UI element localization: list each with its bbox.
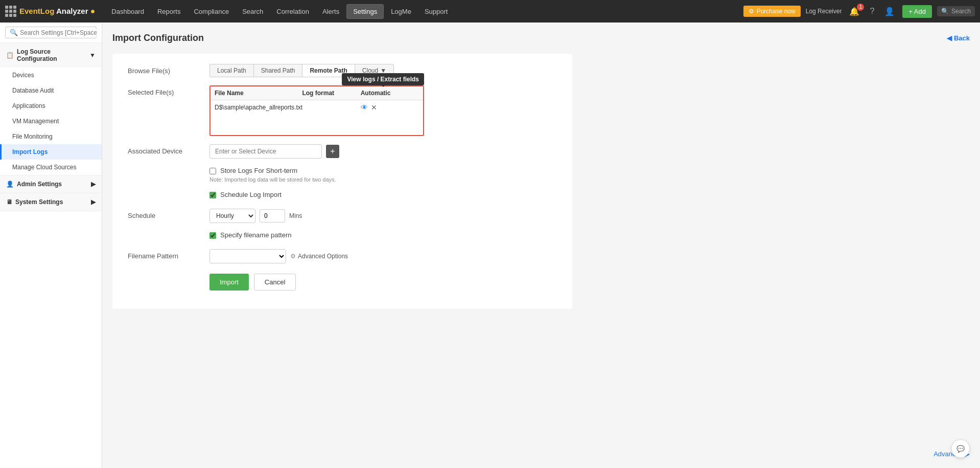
tooltip-popup: View logs / Extract fields (342, 73, 424, 85)
admin-icon: 👤 (6, 181, 14, 188)
remove-file-icon[interactable]: ✕ (371, 103, 377, 112)
nav-reports[interactable]: Reports (151, 5, 187, 18)
app-name: EventLog Analyzer ● (19, 7, 95, 16)
file-actions-cell: 👁 ✕ (361, 103, 419, 112)
action-buttons: Import Cancel (209, 274, 557, 291)
sidebar-item-devices[interactable]: Devices (0, 68, 102, 83)
filename-pattern-controls: ⚙ Advanced Options (209, 249, 557, 263)
help-icon[interactable]: ? (867, 6, 877, 17)
system-settings-section: 🖥 System Settings ▶ (0, 193, 102, 211)
action-buttons-row: Import Cancel (128, 274, 557, 291)
app-logo[interactable]: EventLog Analyzer ● (5, 6, 95, 17)
store-logs-checkbox[interactable] (209, 168, 216, 174)
sidebar-item-manage-cloud[interactable]: Manage Cloud Sources (0, 160, 102, 175)
search-box-top[interactable]: 🔍 Search (937, 6, 975, 16)
associated-device-row: Associated Device + (128, 144, 557, 159)
file-table-row: D$\sample\apache_allreports.txt 👁 ✕ (211, 100, 423, 115)
schedule-controls: Hourly Daily Weekly Monthly Mins (209, 209, 557, 223)
nav-compliance[interactable]: Compliance (188, 5, 235, 18)
schedule-label: Schedule (128, 209, 199, 219)
selected-files-field: File Name Log format Automatic View logs… (209, 85, 557, 136)
grid-icon (5, 6, 16, 17)
admin-settings-header[interactable]: 👤 Admin Settings ▶ (0, 175, 102, 193)
file-name-cell: D$\sample\apache_allreports.txt (215, 104, 302, 111)
chevron-right-system: ▶ (91, 198, 96, 206)
associated-device-label: Associated Device (128, 144, 199, 155)
selected-files-label: Selected File(s) (128, 85, 199, 96)
log-source-section: 📋 Log Source Configuration ▼ Devices Dat… (0, 43, 102, 175)
nav-search[interactable]: Search (236, 5, 269, 18)
specify-filename-checkbox-row: Specify filename pattern (209, 231, 557, 239)
file-table-empty-row (211, 115, 423, 135)
system-settings-header[interactable]: 🖥 System Settings ▶ (0, 193, 102, 211)
schedule-select[interactable]: Hourly Daily Weekly Monthly (209, 209, 255, 223)
search-icon-top: 🔍 (941, 8, 949, 15)
filename-pattern-label: Filename Pattern (128, 249, 199, 260)
advanced-options-link[interactable]: ⚙ Advanced Options (290, 253, 348, 260)
store-logs-row: Store Logs For Short-term Note: Imported… (128, 167, 557, 183)
store-logs-note: Note: Imported log data will be stored f… (209, 176, 557, 183)
nav-logme[interactable]: LogMe (385, 5, 417, 18)
chevron-right-admin: ▶ (91, 181, 96, 188)
add-button[interactable]: + Add (902, 5, 932, 18)
device-input[interactable] (209, 144, 322, 159)
specify-filename-label: Specify filename pattern (220, 231, 291, 239)
specify-filename-row: Specify filename pattern (128, 231, 557, 241)
sidebar-item-applications[interactable]: Applications (0, 98, 102, 114)
purchase-now-btn[interactable]: ⚙ Purchase now (743, 6, 801, 17)
file-table: File Name Log format Automatic View logs… (209, 85, 424, 136)
store-logs-checkbox-row: Store Logs For Short-term (209, 167, 557, 174)
search-icon: 🔍 (10, 29, 18, 36)
topbar: EventLog Analyzer ● Dashboard Reports Co… (0, 0, 980, 23)
nav-alerts[interactable]: Alerts (316, 5, 345, 18)
view-logs-icon[interactable]: 👁 (361, 103, 368, 112)
sidebar-item-vm-management[interactable]: VM Management (0, 114, 102, 129)
schedule-checkbox-row: Schedule Log Import (209, 191, 557, 198)
main-content: Import Configuration ◀ Back Browse File(… (102, 23, 980, 468)
log-source-icon: 📋 (6, 52, 14, 59)
sidebar: 🔍 📋 Log Source Configuration ▼ Devices D… (0, 23, 102, 468)
chat-icon[interactable]: 💬 (951, 439, 970, 458)
store-logs-label: Store Logs For Short-term (220, 167, 297, 174)
nav-support[interactable]: Support (418, 5, 454, 18)
filename-pattern-row: Filename Pattern ⚙ Advanced Options (128, 249, 557, 263)
admin-settings-section: 👤 Admin Settings ▶ (0, 175, 102, 193)
nav-correlation[interactable]: Correlation (270, 5, 315, 18)
notification-badge: 1 (857, 4, 864, 11)
sidebar-search[interactable]: 🔍 (5, 27, 97, 38)
system-icon: 🖥 (6, 198, 12, 206)
log-source-header[interactable]: 📋 Log Source Configuration ▼ (0, 43, 102, 68)
browse-files-label: Browse File(s) (128, 64, 199, 75)
layout: 🔍 📋 Log Source Configuration ▼ Devices D… (0, 23, 980, 468)
nav-settings[interactable]: Settings (346, 4, 384, 19)
top-nav: Dashboard Reports Compliance Search Corr… (105, 4, 743, 19)
notification-icon[interactable]: 🔔 1 (847, 6, 862, 17)
device-input-row: + (209, 144, 557, 159)
user-icon[interactable]: 👤 (882, 6, 897, 17)
shared-path-tab[interactable]: Shared Path (253, 64, 302, 77)
log-receiver-link[interactable]: Log Receiver (806, 8, 842, 15)
local-path-tab[interactable]: Local Path (209, 64, 253, 77)
col-logformat: Log format (302, 90, 360, 97)
sidebar-search-input[interactable] (20, 29, 97, 36)
sidebar-item-file-monitoring[interactable]: File Monitoring (0, 129, 102, 144)
back-button[interactable]: ◀ Back (947, 34, 970, 42)
cancel-button[interactable]: Cancel (254, 274, 296, 291)
nav-dashboard[interactable]: Dashboard (105, 5, 150, 18)
selected-files-row: Selected File(s) File Name Log format Au… (128, 85, 557, 136)
page-title-row: Import Configuration ◀ Back (112, 33, 970, 43)
specify-filename-checkbox[interactable] (209, 232, 216, 239)
store-logs-field: Store Logs For Short-term Note: Imported… (209, 167, 557, 183)
devices-label: Devices (12, 72, 34, 79)
filename-pattern-select[interactable] (209, 249, 286, 263)
mins-label: Mins (289, 212, 302, 219)
sidebar-item-import-logs[interactable]: Import Logs (0, 144, 102, 160)
schedule-import-checkbox[interactable] (209, 192, 216, 198)
mins-input[interactable] (260, 209, 285, 222)
page-title: Import Configuration (112, 33, 204, 43)
import-button[interactable]: Import (209, 274, 249, 291)
add-device-button[interactable]: + (326, 145, 339, 158)
file-table-header: File Name Log format Automatic View logs… (211, 86, 423, 100)
schedule-import-row: Schedule Log Import (128, 191, 557, 200)
sidebar-item-database-audit[interactable]: Database Audit (0, 83, 102, 98)
